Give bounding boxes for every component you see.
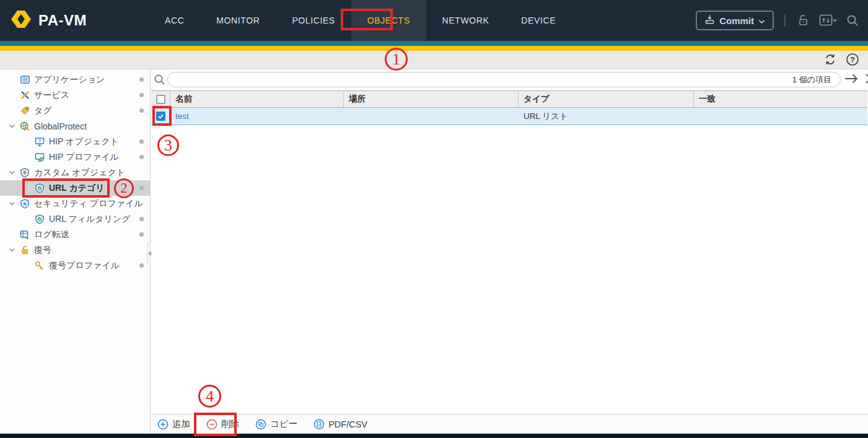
sidebar-item-url-category[interactable]: URL カテゴリ <box>0 180 150 196</box>
decryption-icon <box>20 245 30 255</box>
chevron-down-icon <box>9 247 15 253</box>
apply-filter-icon[interactable] <box>844 72 859 88</box>
help-icon[interactable]: ? <box>846 53 859 69</box>
sidebar-item-label: 復号 <box>34 245 51 256</box>
plus-circle-icon <box>157 419 169 430</box>
table-header: 名前場所タイプ一致 <box>151 90 867 108</box>
tab-monitor[interactable]: MONITOR <box>200 0 276 41</box>
page-toolbar: ? <box>0 51 868 69</box>
status-dot <box>139 139 144 144</box>
tags-icon <box>20 106 30 115</box>
commit-icon <box>704 14 715 27</box>
commit-label: Commit <box>719 15 754 26</box>
cell-name[interactable]: test <box>170 108 344 125</box>
svg-text:?: ? <box>850 56 854 64</box>
nav-right-controls: Commit <box>696 0 859 41</box>
action-label: 削除 <box>221 418 239 430</box>
globalprotect-icon <box>20 121 30 131</box>
sidebar-item-globalprotect[interactable]: GlobalProtect <box>0 118 150 134</box>
sidebar-item-decryption[interactable]: 復号 <box>0 242 150 258</box>
tab-acc[interactable]: ACC <box>149 0 200 41</box>
sidebar-item-decryption-profile[interactable]: 復号プロファイル <box>0 258 150 273</box>
sidebar-item-log-forwarding[interactable]: ログ転送 <box>0 227 150 242</box>
clear-filter-icon[interactable] <box>864 72 868 87</box>
yellow-stripe <box>0 46 868 51</box>
status-dot <box>139 217 144 221</box>
commit-button[interactable]: Commit <box>696 11 774 30</box>
table-row[interactable]: testURL リスト <box>151 108 867 125</box>
chevron-down-icon <box>9 169 15 176</box>
sidebar-item-label: URL カテゴリ <box>49 183 105 194</box>
column-header-3[interactable]: タイプ <box>519 91 694 107</box>
select-all-checkbox[interactable] <box>156 95 165 104</box>
tab-policies[interactable]: POLICIES <box>276 0 351 41</box>
table-action-bar: 追加削除コピーPDF/CSV <box>151 414 868 434</box>
status-dot <box>139 186 144 190</box>
tab-network[interactable]: NETWORK <box>426 0 506 41</box>
brand-title: PA-VM <box>38 12 87 29</box>
add-button[interactable]: 追加 <box>157 418 190 430</box>
log-forwarding-icon <box>20 230 30 240</box>
sidebar-item-hip-profiles[interactable]: HIP プロファイル <box>0 149 150 165</box>
search-icon <box>153 73 166 89</box>
column-header-4[interactable]: 一致 <box>694 91 867 107</box>
chevron-down-icon <box>758 15 765 26</box>
sidebar-item-label: アプリケーション <box>34 74 105 85</box>
action-label: PDF/CSV <box>328 419 367 429</box>
status-dot <box>139 263 144 268</box>
teal-stripe <box>0 41 868 46</box>
filter-pill: 1 個の項目 <box>167 72 841 87</box>
sidebar-item-custom-objects[interactable]: カスタム オブジェクト <box>0 165 150 180</box>
cell-location <box>344 108 519 125</box>
cell-type: URL リスト <box>519 108 694 125</box>
status-dot <box>139 232 144 237</box>
tab-device[interactable]: DEVICE <box>505 0 572 41</box>
sidebar-item-url-filtering[interactable]: URL フィルタリング <box>0 211 150 227</box>
sidebar-navigation: アプリケーションサービスタグGlobalProtect?HIP オブジェクトHI… <box>0 69 151 434</box>
decryption-profile-icon <box>35 261 45 271</box>
sidebar-item-label: HIP オブジェクト <box>49 136 119 147</box>
sidebar-item-label: URL フィルタリング <box>49 214 131 225</box>
hip-objects-icon: ? <box>35 137 45 147</box>
action-label: 追加 <box>172 418 190 430</box>
sidebar-item-label: セキュリティ プロファイル <box>34 198 143 209</box>
security-profiles-icon <box>20 199 30 209</box>
chevron-down-icon <box>9 200 15 207</box>
sidebar-item-security-profiles[interactable]: セキュリティ プロファイル <box>0 196 150 211</box>
copy-circle-icon <box>255 419 266 430</box>
clone-button[interactable]: コピー <box>255 418 297 430</box>
hip-profiles-icon <box>35 152 45 162</box>
chevron-down-icon <box>9 123 15 129</box>
sidebar-item-hip-objects[interactable]: ?HIP オブジェクト <box>0 134 150 149</box>
sidebar-item-label: サービス <box>34 90 69 101</box>
minus-circle-icon <box>206 419 217 430</box>
sidebar-item-tags[interactable]: タグ <box>0 103 150 118</box>
sidebar-item-services[interactable]: サービス <box>0 87 150 103</box>
pdf-csv-button[interactable]: PDF/CSV <box>313 419 367 430</box>
bottom-edge-bar <box>0 434 868 438</box>
delete-button[interactable]: 削除 <box>206 418 239 430</box>
unlock-icon[interactable] <box>796 14 810 27</box>
url-category-icon <box>35 183 45 193</box>
sidebar-item-applications[interactable]: アプリケーション <box>0 72 150 87</box>
refresh-icon[interactable] <box>823 53 837 69</box>
main-tabs: ACCMONITORPOLICIESOBJECTSNETWORKDEVICE <box>149 0 572 41</box>
paloalto-logo-icon <box>10 9 32 32</box>
sidebar-item-label: GlobalProtect <box>34 121 87 131</box>
status-dot <box>139 108 144 113</box>
tab-objects[interactable]: OBJECTS <box>351 0 426 41</box>
row-checkbox[interactable] <box>156 112 165 121</box>
nav-divider <box>784 14 786 27</box>
sidebar-item-label: 復号プロファイル <box>49 260 120 271</box>
sidebar-item-label: カスタム オブジェクト <box>34 167 125 178</box>
custom-objects-icon <box>20 168 30 178</box>
search-row: 1 個の項目 <box>151 69 868 90</box>
sidebar-item-label: タグ <box>34 105 52 116</box>
filter-input[interactable] <box>168 73 792 86</box>
main-content: 1 個の項目 名前場所タイプ一致 testURL リスト <box>151 69 868 414</box>
column-header-2[interactable]: 場所 <box>344 91 519 107</box>
pdf-circle-icon <box>313 419 325 430</box>
global-find-icon[interactable] <box>846 14 859 27</box>
device-config-icon[interactable] <box>819 14 836 27</box>
column-header-1[interactable]: 名前 <box>170 91 344 107</box>
